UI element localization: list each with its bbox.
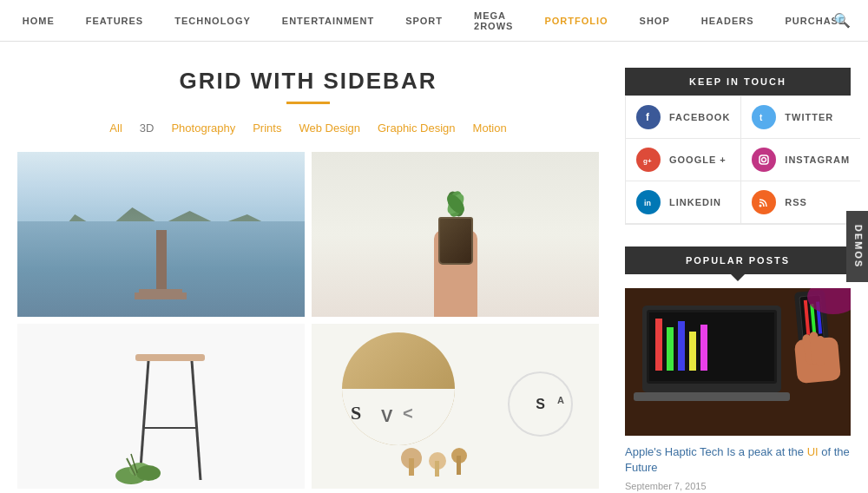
svg-text:in: in [644,199,651,207]
popular-post-date: September 7, 2015 [625,481,851,491]
filter-photography[interactable]: Photography [171,122,235,135]
svg-rect-22 [760,155,768,164]
portfolio-grid: S V < S A [17,152,599,489]
demos-tab[interactable]: DEMOS [846,211,868,282]
svg-rect-35 [634,392,790,401]
svg-point-25 [760,205,762,207]
svg-rect-34 [700,325,707,371]
nav-entertainment[interactable]: ENTERTAINMENT [266,0,390,42]
social-instagram[interactable]: INSTAGRAM [741,139,860,181]
svg-rect-18 [457,456,461,475]
laptop-scene-svg [625,288,851,436]
highlighted-ui: UI [807,445,819,458]
portfolio-item-lake[interactable] [17,152,305,317]
svg-rect-16 [435,461,439,477]
popular-posts-arrow [731,274,745,281]
svg-rect-31 [667,327,674,371]
svg-rect-33 [689,332,696,371]
lake-image [17,152,305,317]
googleplus-label: GOOGLE + [669,154,727,165]
sidebar: KEEP IN TOUCH f FACEBOOK t TWITTER [625,68,851,493]
stand-image [17,324,305,489]
portfolio-item-plant[interactable] [312,152,599,317]
stand-svg [75,324,248,489]
svg-rect-30 [655,319,662,371]
svg-line-5 [140,361,148,480]
filter-3d[interactable]: 3D [140,122,155,135]
svg-point-10 [136,465,161,481]
plant-leaves-svg [430,174,482,217]
nav-technology[interactable]: TECHNOLOGY [159,0,266,42]
linkedin-icon: in [636,190,661,214]
filter-motion[interactable]: Motion [473,122,507,135]
svg-rect-32 [678,321,685,371]
svg-point-23 [762,158,766,162]
popular-post-title[interactable]: Apple's Haptic Tech Is a peak at the UI … [625,444,851,476]
svg-line-6 [192,361,201,480]
facebook-label: FACEBOOK [669,112,730,122]
nav-features[interactable]: FEATURES [70,0,159,42]
popular-posts-header: POPULAR POSTS [625,246,851,274]
nav-home[interactable]: HOME [7,0,70,42]
svg-text:f: f [646,111,650,123]
twitter-label: TWITTER [785,112,833,122]
social-linkedin[interactable]: in LINKEDIN [626,181,741,224]
nav-portfolio[interactable]: PORTFOLIO [529,0,623,42]
instagram-icon [752,148,776,172]
social-googleplus[interactable]: g+ GOOGLE + [626,139,741,181]
social-facebook[interactable]: f FACEBOOK [626,96,741,139]
svg-text:g+: g+ [643,157,652,165]
mushrooms-svg [398,445,485,489]
top-nav: HOME FEATURES TECHNOLOGY ENTERTAINMENT S… [0,0,868,42]
filter-all[interactable]: All [109,122,122,135]
nav-headers[interactable]: HEADERS [686,0,770,42]
design-image: S V < S A [312,324,599,489]
nav-mega2rows[interactable]: MEGA 2ROWS [458,0,529,42]
filter-graphic[interactable]: Graphic Design [378,122,456,135]
twitter-icon: t [752,105,776,129]
search-icon[interactable]: 🔍 [833,12,851,29]
filter-tabs: All 3D Photography Prints Web Design Gra… [17,122,599,135]
rss-label: RSS [785,197,807,207]
googleplus-icon: g+ [636,148,661,172]
social-grid: f FACEBOOK t TWITTER g+ GOOGLE + [625,95,851,225]
keep-in-touch-widget: KEEP IN TOUCH f FACEBOOK t TWITTER [625,68,851,225]
page-title: GRID WITH SIDEBAR [17,68,599,95]
nav-items: HOME FEATURES TECHNOLOGY ENTERTAINMENT S… [7,0,862,42]
social-twitter[interactable]: t TWITTER [741,96,860,139]
keep-in-touch-header: KEEP IN TOUCH [625,68,851,95]
nav-sport[interactable]: SPORT [390,0,458,42]
social-rss[interactable]: RSS [741,181,860,224]
svg-rect-4 [135,354,205,361]
content-area: GRID WITH SIDEBAR All 3D Photography Pri… [17,68,599,493]
title-underline [286,102,330,104]
facebook-icon: f [636,105,661,129]
portfolio-item-design[interactable]: S V < S A [312,324,599,489]
filter-webdesign[interactable]: Web Design [299,122,360,135]
popular-post-image[interactable] [625,288,851,436]
svg-rect-14 [409,458,414,476]
plant-image [312,152,599,317]
portfolio-item-stand[interactable] [17,324,305,489]
svg-text:t: t [760,113,763,122]
popular-posts-widget: POPULAR POSTS [625,246,851,491]
rss-icon [752,190,776,214]
svg-rect-45 [816,336,825,366]
instagram-label: INSTAGRAM [785,154,850,165]
linkedin-label: LINKEDIN [669,197,721,207]
filter-prints[interactable]: Prints [253,122,281,135]
nav-shop[interactable]: SHOP [624,0,686,42]
main-wrapper: GRID WITH SIDEBAR All 3D Photography Pri… [0,42,868,493]
